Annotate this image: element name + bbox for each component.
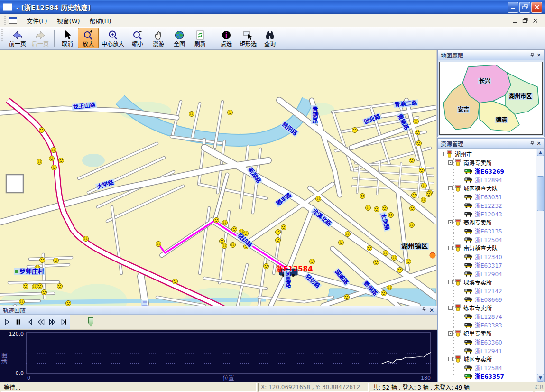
pin-icon[interactable] — [529, 52, 536, 58]
slider-track[interactable] — [74, 322, 432, 323]
svg-text:0.0: 0.0 — [16, 370, 24, 376]
tree-item-vehicle[interactable]: 浙E63357 — [438, 372, 536, 380]
menu-item-0[interactable]: 文件(F) — [22, 15, 52, 27]
tree-item-group[interactable]: -织里专卖所 — [438, 329, 536, 337]
organization-icon — [454, 279, 462, 286]
close-button[interactable] — [531, 2, 542, 13]
hand-button[interactable]: 漫游 — [148, 28, 169, 48]
info-select-button[interactable]: 点选 — [216, 28, 237, 48]
zoom-in-button[interactable]: 放大 — [78, 28, 99, 48]
tree-item-vehicle[interactable]: 浙E63360 — [438, 337, 536, 346]
application-window: - [浙E12584 历史轨迹] 文件(F)视窗(W)帮助(H) 前一页后一页取… — [0, 0, 545, 392]
tree-item-group[interactable]: -城区稽查大队 — [438, 184, 536, 192]
rewind-button[interactable] — [36, 317, 46, 327]
cursor-button[interactable]: 取消 — [57, 28, 78, 48]
scroll-up-button[interactable]: ▲ — [537, 149, 544, 156]
tree-item-vehicle[interactable]: 浙E12340 — [438, 252, 536, 261]
tree-item-vehicle[interactable]: 浙E12874 — [438, 312, 536, 320]
mdi-minimize-button[interactable] — [512, 18, 518, 24]
tree-item-group[interactable]: -城区专卖所 — [438, 355, 536, 363]
tree-item-vehicle[interactable]: 浙E12043 — [438, 209, 536, 218]
tree-item-label: 织里专卖所 — [463, 329, 492, 337]
eagle-eye-map[interactable]: 长兴湖州市区安吉德清 — [439, 62, 543, 135]
expand-collapse-icon[interactable]: - — [448, 306, 453, 310]
expand-collapse-icon[interactable]: - — [448, 280, 453, 284]
tree-item-vehicle[interactable]: 浙E12232 — [438, 201, 536, 209]
tree-item-group[interactable]: -菱湖专卖所 — [438, 218, 536, 226]
expand-collapse-icon[interactable]: - — [448, 160, 453, 165]
close-icon[interactable]: ✕ — [536, 140, 542, 147]
tree-scrollbar[interactable]: ▲ ▼ — [536, 149, 544, 382]
arrow-right-button[interactable]: 后一页 — [29, 28, 52, 48]
tree-item-group[interactable]: -南浔稽查大队 — [438, 243, 536, 252]
pin-icon[interactable] — [529, 140, 536, 147]
expand-collapse-icon[interactable]: - — [448, 357, 453, 361]
toolbar-button-label: 放大 — [83, 41, 94, 47]
tree-item-vehicle[interactable]: 浙E63031 — [438, 192, 536, 201]
step-backward-button[interactable] — [25, 317, 34, 327]
svg-text:湖州市区: 湖州市区 — [509, 93, 532, 100]
playback-controls — [0, 315, 437, 330]
fast-forward-button[interactable] — [47, 317, 57, 327]
slider-thumb[interactable] — [88, 317, 93, 327]
map-viewport[interactable]: 龙王山路青塘二路青塘路创业路陵阳路青铜路大学路新湖路德丰路龙溪北路轻纺路轻纺路凤… — [0, 50, 436, 306]
expand-collapse-icon[interactable]: - — [448, 220, 453, 224]
pause-button[interactable] — [13, 317, 23, 327]
binoculars-button[interactable]: 查询 — [259, 28, 280, 48]
tree-item-vehicle[interactable]: 浙E12584 — [438, 363, 536, 372]
play-button[interactable] — [2, 317, 11, 327]
tree-item-group[interactable]: -南浔专卖所 — [438, 158, 536, 167]
tree-item-vehicle[interactable]: 浙E63317 — [438, 261, 536, 269]
rect-select-button[interactable]: 矩形选 — [237, 28, 259, 48]
tree-item-vehicle[interactable]: 浙E12904 — [438, 269, 536, 278]
scroll-down-button[interactable]: ▼ — [537, 374, 544, 382]
title-bar: - [浙E12584 历史轨迹] — [0, 0, 545, 14]
truck-offline-icon — [464, 322, 473, 328]
info-select-icon — [221, 29, 232, 41]
tree-item-vehicle[interactable]: 浙E12894 — [438, 175, 536, 184]
zoom-out-button[interactable]: 缩小 — [127, 28, 148, 48]
toolbar-button-label: 矩形选 — [240, 41, 257, 47]
menu-item-1[interactable]: 视窗(W) — [52, 15, 85, 27]
step-forward-button[interactable] — [59, 317, 68, 327]
organization-icon — [454, 355, 462, 363]
toolbar-button-label: 查询 — [264, 41, 276, 47]
right-dock: 地图鹰眼 ✕ 长兴湖州市区安吉德清 资源管理 ✕ — [437, 50, 545, 382]
mdi-restore-button[interactable] — [522, 18, 528, 24]
tree-item-label: 练市专卖所 — [463, 304, 492, 312]
tree-item-vehicle[interactable]: 浙E63135 — [438, 226, 536, 235]
close-icon[interactable]: ✕ — [429, 307, 434, 314]
tree-item-vehicle[interactable]: 浙E63383 — [438, 320, 536, 329]
mdi-close-button[interactable] — [532, 18, 538, 24]
tree-item-vehicle[interactable]: 浙E12941 — [438, 346, 536, 355]
expand-collapse-icon[interactable]: - — [440, 152, 444, 156]
minimize-button[interactable] — [508, 2, 518, 13]
tree-item-vehicle[interactable]: 浙E12142 — [438, 286, 536, 295]
zoom-center-button[interactable]: 中心放大 — [99, 28, 127, 48]
tree-item-group[interactable]: -埭溪专卖所 — [438, 278, 536, 286]
menu-item-2[interactable]: 帮助(H) — [85, 15, 116, 27]
tree-item-vehicle[interactable]: 浙E08669 — [438, 295, 536, 303]
pin-icon[interactable] — [422, 307, 426, 314]
map-canvas[interactable] — [0, 50, 436, 306]
arrow-left-button[interactable]: 前一页 — [6, 28, 29, 48]
scroll-thumb[interactable] — [537, 176, 544, 211]
svg-text:位置: 位置 — [222, 374, 234, 382]
truck-offline-icon — [464, 296, 473, 302]
tree-item-group[interactable]: -练市专卖所 — [438, 303, 536, 312]
globe-button[interactable]: 全图 — [169, 28, 190, 48]
tree-item-vehicle[interactable]: 浙E63269 — [438, 167, 536, 175]
expand-collapse-icon[interactable]: - — [448, 331, 453, 336]
svg-text:0: 0 — [27, 375, 30, 381]
organization-icon — [454, 244, 462, 252]
tree-item-vehicle[interactable]: 浙E09387 — [438, 380, 536, 382]
close-icon[interactable]: ✕ — [536, 52, 542, 58]
playback-slider[interactable] — [74, 315, 432, 329]
restore-button[interactable] — [519, 2, 530, 13]
app-icon — [3, 3, 12, 11]
expand-collapse-icon[interactable]: - — [448, 246, 453, 250]
tree-item-vehicle[interactable]: 浙E12504 — [438, 235, 536, 243]
expand-collapse-icon[interactable]: - — [448, 186, 453, 190]
tree-item-group[interactable]: -湖州市 — [438, 149, 536, 158]
refresh-button[interactable]: 刷新 — [190, 28, 211, 48]
